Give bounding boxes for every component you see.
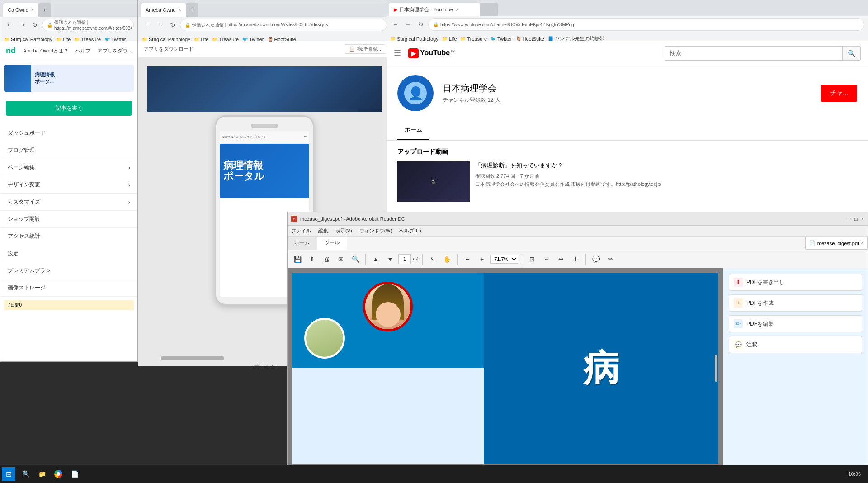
- bookmark-twitter-middle[interactable]: 🐦 Twitter: [242, 37, 264, 42]
- pdf-tool-email[interactable]: ✉: [335, 253, 347, 265]
- yt-video-title[interactable]: 「病理診断」を知っていますか？: [475, 161, 857, 170]
- start-button[interactable]: ⊞: [2, 467, 15, 481]
- pdf-tab-home[interactable]: ホーム: [288, 237, 317, 250]
- bookmark-hootsuite-yt[interactable]: 🦉 HootSuite: [516, 36, 544, 42]
- bookmark-hootsuite-middle[interactable]: 🦉 HootSuite: [268, 37, 296, 42]
- sidebar-item-premium[interactable]: プレミアムプラン: [0, 262, 137, 279]
- pdf-tab-tools[interactable]: ツール: [317, 237, 347, 250]
- pdf-scroll-indicator[interactable]: [715, 355, 717, 382]
- pdf-tool-pointer[interactable]: ↖: [426, 253, 439, 265]
- pdf-tool-next-page[interactable]: ▼: [384, 253, 396, 265]
- bookmark-treasure-left[interactable]: 📁 Treasure: [74, 37, 101, 42]
- pdf-tool-zoom-out[interactable]: −: [461, 253, 474, 265]
- pdf-tool-print[interactable]: 🖨: [320, 253, 333, 265]
- sidebar-item-storage[interactable]: 画像ストレージ: [0, 279, 137, 297]
- forward-btn-yt[interactable]: →: [403, 19, 414, 30]
- sidebar-item-customize[interactable]: カスタマイズ ›: [0, 194, 137, 211]
- pdf-tool-hand[interactable]: ✋: [441, 253, 453, 265]
- pdf-edit-btn[interactable]: ✏ PDFを編集: [729, 315, 862, 332]
- tab-new-left[interactable]: +: [38, 3, 51, 17]
- subscribe-button[interactable]: チャ...: [821, 85, 857, 102]
- pdf-zoom-select[interactable]: 71.7%: [490, 255, 518, 264]
- sidebar-item-shop[interactable]: ショップ開設: [0, 211, 137, 228]
- pdf-tool-draw[interactable]: ✏: [604, 253, 617, 265]
- bookmark-twitter-left[interactable]: 🐦 Twitter: [104, 37, 126, 42]
- pdf-tool-search[interactable]: 🔍: [349, 253, 362, 265]
- tab-close-left[interactable]: ×: [31, 8, 34, 13]
- bookmark-surgical-yt[interactable]: 📁 Surgical Pathology: [390, 36, 439, 42]
- bookmark-life-middle[interactable]: 📁 Life: [194, 37, 209, 42]
- sidebar-item-page[interactable]: ページ編集 ›: [0, 159, 137, 176]
- tab-yt[interactable]: ▶ 日本病理学会 - YouTube ×: [389, 3, 480, 16]
- ameba-nav-app[interactable]: アプリをダウ...: [98, 47, 132, 54]
- tab-close-yt[interactable]: ×: [456, 7, 458, 12]
- pdf-export-btn[interactable]: ⬆ PDFを書き出し: [729, 274, 862, 291]
- pdf-tool-zoom-in[interactable]: +: [476, 253, 488, 265]
- pdf-tool-download[interactable]: ⬇: [569, 253, 582, 265]
- tab-close-middle[interactable]: ×: [179, 8, 181, 13]
- bookmark-surgical-left[interactable]: 📁 Surgical Pathology: [4, 37, 52, 42]
- pdf-tool-fit-page[interactable]: ⊡: [526, 253, 538, 265]
- yt-tab-home[interactable]: ホーム: [397, 120, 429, 140]
- bookmark-extra-yt[interactable]: 📘 ヤンデル先生の均熱帯: [548, 35, 604, 42]
- taskbar-acrobat[interactable]: 📄: [67, 466, 82, 482]
- taskbar-search[interactable]: 🔍: [18, 466, 33, 482]
- sidebar-item-stats[interactable]: アクセス統計: [0, 228, 137, 245]
- taskbar-folder[interactable]: 📁: [34, 466, 50, 482]
- pdf-maximize-btn[interactable]: □: [854, 216, 858, 222]
- refresh-btn-left[interactable]: ↻: [29, 19, 40, 30]
- bookmark-treasure-yt[interactable]: 📁 Treasure: [460, 36, 487, 42]
- pdf-tool-prev-page[interactable]: ▲: [369, 253, 382, 265]
- tab-ameba-middle[interactable]: Ameba Ownd ×: [141, 3, 186, 17]
- sidebar-item-dashboard[interactable]: ダッシュボード: [0, 125, 137, 142]
- back-btn-middle[interactable]: ←: [142, 19, 153, 30]
- pdf-tool-save[interactable]: 💾: [291, 253, 304, 265]
- pdf-page-input[interactable]: 1: [398, 254, 411, 264]
- yt-menu-icon[interactable]: ☰: [394, 48, 401, 58]
- pdf-tool-rotate[interactable]: ↩: [555, 253, 567, 265]
- taskbar-chrome[interactable]: [51, 466, 66, 482]
- tab-ameba-left[interactable]: Ca Ownd ×: [3, 3, 38, 17]
- ameba-nav-about[interactable]: Ameba Owndとは？: [23, 47, 68, 54]
- pdf-tool-comment[interactable]: 💬: [590, 253, 602, 265]
- info-btn[interactable]: 📋 病理情報...: [345, 44, 385, 54]
- pdf-create-btn[interactable]: + PDFを作成: [729, 294, 862, 312]
- pdf-tool-upload[interactable]: ⬆: [306, 253, 318, 265]
- pdf-file-tab[interactable]: 📄 mezase_digest.pdf ×: [805, 237, 868, 250]
- yt-search-btn[interactable]: 🔍: [842, 47, 860, 60]
- write-button[interactable]: 記事を書く: [6, 101, 132, 116]
- url-bar-yt[interactable]: 🔒 https://www.youtube.com/channel/UCVaJw…: [428, 18, 864, 31]
- pdf-menu-view[interactable]: 表示(V): [335, 227, 352, 234]
- ameba-nav-help[interactable]: ヘルプ: [75, 47, 90, 54]
- url-bar-middle[interactable]: 🔒 保護された通信 | https://m.amebaownd.com/#/si…: [180, 19, 387, 31]
- bookmark-life-left[interactable]: 📁 Life: [56, 37, 71, 42]
- pdf-annotate-btn[interactable]: 💬 注釈: [729, 336, 862, 353]
- pdf-menu-help[interactable]: ヘルプ(H): [399, 227, 421, 234]
- bookmark-twitter-yt[interactable]: 🐦 Twitter: [491, 36, 512, 42]
- pdf-menu-window[interactable]: ウィンドウ(W): [359, 227, 392, 234]
- sidebar-item-design[interactable]: デザイン変更 ›: [0, 176, 137, 194]
- yt-thumbnail[interactable]: 🎬: [397, 161, 470, 202]
- refresh-btn-yt[interactable]: ↻: [415, 19, 426, 30]
- pdf-tool-fit-width[interactable]: ↔: [540, 253, 553, 265]
- pdf-file-close-btn[interactable]: ×: [861, 241, 863, 246]
- back-btn-left[interactable]: ←: [4, 19, 15, 30]
- app-download-label[interactable]: アプリをダウンロード: [144, 46, 193, 52]
- bookmark-treasure-middle[interactable]: 📁 Treasure: [212, 37, 239, 42]
- bookmark-life-yt[interactable]: 📁 Life: [442, 36, 457, 42]
- forward-btn-middle[interactable]: →: [155, 19, 165, 30]
- sidebar-item-settings[interactable]: 設定: [0, 245, 137, 262]
- pdf-close-btn[interactable]: ×: [861, 216, 864, 222]
- forward-btn-left[interactable]: →: [17, 19, 28, 30]
- url-bar-left[interactable]: 🔒 保護された通信 | https://m.amebaownd.com/#/si…: [42, 19, 134, 31]
- back-btn-yt[interactable]: ←: [390, 19, 401, 30]
- sidebar-item-blog[interactable]: ブログ管理: [0, 142, 137, 159]
- pdf-menu-edit[interactable]: 編集: [318, 227, 328, 234]
- yt-search-input[interactable]: [665, 47, 842, 60]
- tab-new-middle[interactable]: +: [186, 3, 198, 17]
- pdf-minimize-btn[interactable]: ─: [847, 216, 851, 222]
- refresh-btn-middle[interactable]: ↻: [167, 19, 178, 30]
- tab-inactive-yt[interactable]: [480, 3, 498, 16]
- pdf-menu-file[interactable]: ファイル: [291, 227, 311, 234]
- bookmark-surgical-middle[interactable]: 📁 Surgical Pathology: [142, 37, 190, 42]
